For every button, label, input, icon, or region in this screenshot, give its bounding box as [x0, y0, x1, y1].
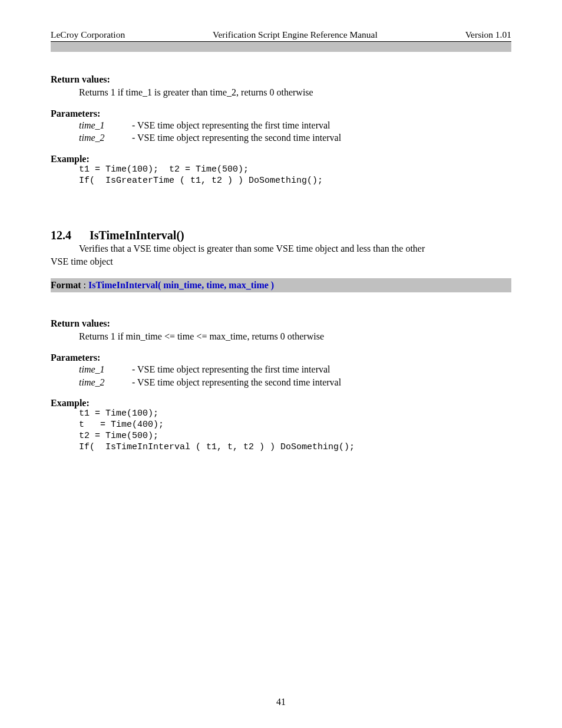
example-heading: Example:: [51, 398, 511, 409]
param-name: time_2: [79, 376, 132, 389]
section-number: 12.4: [51, 229, 90, 242]
format-signature: IsTimeInInterval( min_time, time, max_ti…: [88, 280, 274, 290]
param-desc: - VSE time object representing the first…: [132, 119, 511, 132]
section-description: Verifies that a VSE time object is great…: [51, 242, 511, 255]
header-right: Version 1.01: [465, 29, 511, 40]
param-desc: - VSE time object representing the secon…: [132, 131, 511, 144]
header-separator-bar: [51, 42, 511, 52]
param-desc: - VSE time object representing the secon…: [132, 376, 511, 389]
code-block: t1 = Time(100); t = Time(400); t2 = Time…: [79, 409, 511, 453]
header-center: Verification Script Engine Reference Man…: [213, 29, 378, 40]
return-values-text: Returns 1 if min_time <= time <= max_tim…: [79, 330, 511, 343]
param-row: time_2 - VSE time object representing th…: [79, 376, 511, 389]
param-name: time_1: [79, 119, 132, 132]
section-title: IsTimeInInterval(): [90, 229, 184, 242]
document-page: LeCroy Corporation Verification Script E…: [0, 0, 562, 728]
parameters-heading: Parameters:: [51, 353, 511, 363]
format-colon: :: [81, 280, 88, 290]
page-number: 41: [0, 697, 562, 707]
param-row: time_1 - VSE time object representing th…: [79, 363, 511, 376]
parameters-heading: Parameters:: [51, 108, 511, 119]
param-row: time_2 - VSE time object representing th…: [79, 131, 511, 144]
format-label: Format: [51, 280, 81, 290]
header-left: LeCroy Corporation: [51, 29, 125, 40]
example-heading: Example:: [51, 154, 511, 164]
param-name: time_2: [79, 131, 132, 144]
param-row: time_1 - VSE time object representing th…: [79, 119, 511, 132]
page-header: LeCroy Corporation Verification Script E…: [51, 29, 511, 42]
return-values-heading: Return values:: [51, 318, 511, 329]
code-block: t1 = Time(100); t2 = Time(500); If( IsGr…: [79, 164, 511, 187]
format-bar: Format : IsTimeInInterval( min_time, tim…: [51, 278, 511, 292]
section-heading-12-4: 12.4 IsTimeInInterval(): [51, 229, 511, 242]
desc-line2: VSE time object: [51, 255, 511, 268]
param-desc: - VSE time object representing the first…: [132, 363, 511, 376]
return-values-text: Returns 1 if time_1 is greater than time…: [79, 86, 511, 99]
return-values-heading: Return values:: [51, 74, 511, 85]
param-name: time_1: [79, 363, 132, 376]
desc-line1: Verifies that a VSE time object is great…: [79, 243, 425, 253]
